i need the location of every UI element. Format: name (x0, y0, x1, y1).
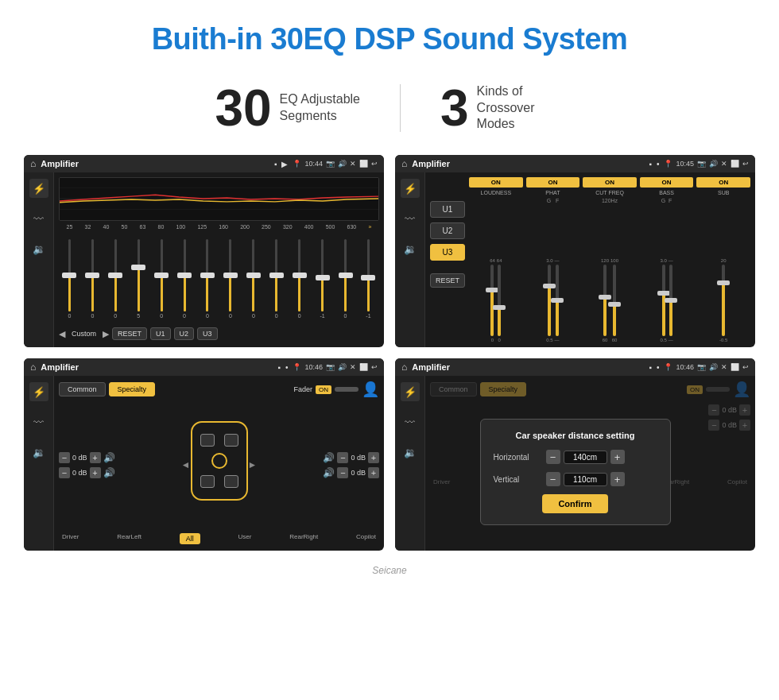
screen4-content: ⚡ 〰 🔉 Common Specialty ON 👤 (395, 376, 755, 551)
phat-label: PHAT (526, 190, 580, 195)
specialty-tab[interactable]: Specialty (109, 382, 156, 396)
slider-6[interactable]: 0 (174, 239, 196, 319)
u3-btn[interactable]: U3 (197, 327, 218, 340)
person-icon: 👤 (362, 381, 379, 398)
more-icon[interactable]: » (368, 224, 371, 230)
time-4: 10:46 (676, 363, 694, 371)
all-btn[interactable]: All (180, 533, 200, 544)
back-icon-4[interactable]: ↩ (742, 363, 749, 371)
eq-graph (59, 177, 379, 221)
home-icon-4[interactable]: ⌂ (401, 362, 407, 373)
screen4-title: Amplifier (412, 362, 450, 372)
slider-14[interactable]: -1 (358, 239, 379, 319)
stat-eq-number: 30 (215, 79, 271, 137)
u1-cross-btn[interactable]: U1 (430, 201, 465, 218)
bass-on[interactable]: ON (640, 177, 694, 188)
speaker-icon-left-2[interactable]: 🔉 (401, 239, 420, 258)
mode-label: Custom (72, 330, 96, 338)
fader-slider[interactable] (335, 387, 358, 392)
sub-on[interactable]: ON (696, 177, 750, 188)
eq-bottom-bar: ◀ Custom ▶ RESET U1 U2 U3 (59, 325, 379, 342)
ch2-minus[interactable]: − (59, 467, 70, 478)
slider-5[interactable]: 0 (151, 239, 172, 319)
ch3-minus[interactable]: − (337, 452, 348, 463)
play-icon-1[interactable]: ▶ (281, 160, 288, 168)
vertical-row: Vertical − 110cm + (494, 472, 657, 486)
horizontal-minus[interactable]: − (546, 450, 560, 464)
slider-7[interactable]: 0 (197, 239, 219, 319)
status-icons-1: 📍 10:44 📷 🔊 ✕ ⬜ ↩ (293, 160, 378, 168)
home-icon-3[interactable]: ⌂ (30, 362, 36, 373)
location-icon-2: 📍 (664, 160, 672, 168)
horizontal-label: Horizontal (494, 453, 541, 462)
wave-icon-3[interactable]: 〰 (29, 412, 48, 431)
wave-icon-2[interactable]: 〰 (401, 209, 420, 228)
ch3-plus[interactable]: + (368, 452, 379, 463)
phat-col: ON PHAT G F 3.0 0.5 — (526, 177, 580, 342)
back-icon-3[interactable]: ↩ (371, 363, 378, 371)
reset-btn[interactable]: RESET (112, 327, 147, 340)
screen2-title: Amplifier (412, 159, 450, 168)
prev-btn[interactable]: ◀ (59, 329, 65, 339)
ch2-plus[interactable]: + (90, 467, 101, 478)
cutfreq-on[interactable]: ON (583, 177, 637, 188)
home-icon-2[interactable]: ⌂ (401, 158, 407, 169)
slider-8[interactable]: 0 (219, 239, 241, 319)
u1-btn[interactable]: U1 (150, 327, 171, 340)
speaker-front-left: 🔊 (103, 452, 115, 463)
rearright-label[interactable]: RearRight (289, 533, 318, 544)
u3-cross-btn[interactable]: U3 (430, 244, 465, 261)
confirm-button[interactable]: Confirm (542, 494, 607, 513)
back-icon-1[interactable]: ↩ (371, 160, 378, 168)
car-diagram: ◄ ► (120, 402, 319, 528)
slider-1[interactable]: 0 (59, 239, 80, 319)
slider-2[interactable]: 0 (82, 239, 103, 319)
slider-10[interactable]: 0 (265, 239, 287, 319)
home-icon-1[interactable]: ⌂ (30, 158, 36, 169)
u2-btn[interactable]: U2 (174, 327, 195, 340)
horizontal-plus[interactable]: + (610, 450, 625, 464)
u2-cross-btn[interactable]: U2 (430, 222, 465, 239)
eq-icon-2[interactable]: ⚡ (401, 179, 420, 198)
loudness-on[interactable]: ON (469, 177, 523, 188)
close-icon-4[interactable]: ✕ (721, 363, 727, 371)
ch1-minus[interactable]: − (59, 452, 70, 463)
eq-freq-labels: 25 32 40 50 63 80 100 125 160 200 250 32… (59, 224, 379, 230)
phat-on[interactable]: ON (526, 177, 580, 188)
wave-icon[interactable]: 〰 (29, 209, 48, 228)
slider-12[interactable]: -1 (312, 239, 333, 319)
ch4-minus[interactable]: − (337, 467, 348, 478)
next-btn[interactable]: ▶ (103, 329, 109, 339)
eq-icon-3[interactable]: ⚡ (29, 382, 48, 401)
speaker-icon-left[interactable]: 🔉 (29, 239, 48, 258)
user-label[interactable]: User (238, 533, 252, 544)
slider-11[interactable]: 0 (289, 239, 310, 319)
vertical-minus[interactable]: − (546, 472, 560, 486)
slider-9[interactable]: 0 (242, 239, 264, 319)
slider-13[interactable]: 0 (335, 239, 356, 319)
reset-cross-btn[interactable]: RESET (430, 273, 465, 288)
dot-icon-2: • (657, 160, 660, 168)
rearleft-label[interactable]: RearLeft (117, 533, 141, 544)
speaker-icon-left-3[interactable]: 🔉 (29, 443, 48, 462)
close-icon-2[interactable]: ✕ (721, 160, 727, 168)
status-bar-1: ⌂ Amplifier ▪ ▶ 📍 10:44 📷 🔊 ✕ ⬜ ↩ (24, 155, 384, 172)
ch4-plus[interactable]: + (368, 467, 379, 478)
crossover-main: U1 U2 U3 RESET ON LOUDNESS 64 (425, 172, 755, 347)
back-icon-2[interactable]: ↩ (742, 160, 749, 168)
driver-label[interactable]: Driver (62, 533, 79, 544)
copilot-label[interactable]: Copilot (356, 533, 376, 544)
status-icons-3: 📍 10:46 📷 🔊 ✕ ⬜ ↩ (293, 363, 378, 371)
ch1-plus[interactable]: + (90, 452, 101, 463)
bass-col: ON BASS G F 3.0 0.5 — (640, 177, 694, 342)
vertical-plus[interactable]: + (610, 472, 625, 486)
slider-3[interactable]: 0 (105, 239, 126, 319)
common-tab[interactable]: Common (59, 382, 106, 396)
close-icon-3[interactable]: ✕ (350, 363, 356, 371)
slider-4[interactable]: 5 (128, 239, 149, 319)
volume-icon-1: 🔊 (338, 160, 347, 168)
horizontal-row: Horizontal − 140cm + (494, 450, 657, 464)
brand-footer: Seicane (0, 559, 779, 579)
eq-icon[interactable]: ⚡ (29, 179, 48, 198)
close-icon-1[interactable]: ✕ (350, 160, 356, 168)
